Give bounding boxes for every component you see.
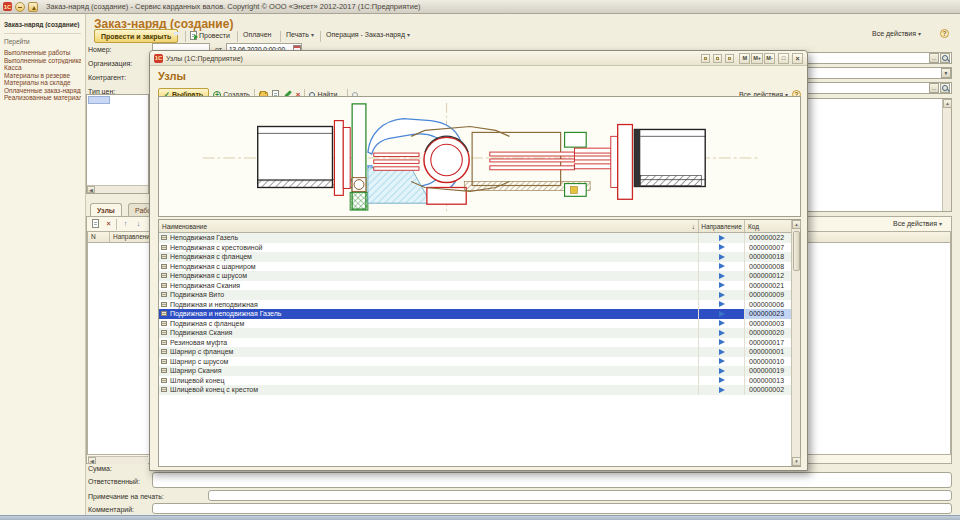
counterparty-label: Контрагент:: [88, 74, 126, 81]
ellipsis-button[interactable]: ...: [929, 83, 939, 93]
table-row[interactable]: Неподвижная Газель000000022: [159, 233, 800, 243]
units-table-body: Неподвижная Газель000000022Неподвижная с…: [159, 233, 800, 395]
table-row[interactable]: Неподвижная с шарниром000000008: [159, 262, 800, 272]
column-name-label: Наименование: [162, 223, 207, 230]
scroll-left-button[interactable]: ◀: [87, 186, 95, 193]
table-row[interactable]: Шлицевой конец с крестом000000002: [159, 385, 800, 395]
sidebar-item[interactable]: Реализованные материалы: [4, 94, 81, 102]
dropdown-button[interactable]: ▾: [941, 68, 951, 78]
catalog-item-icon: [161, 321, 167, 326]
sidebar-item[interactable]: Материалы в резерве: [4, 72, 81, 80]
lower-table-hscrollbar[interactable]: ◀: [88, 456, 148, 464]
catalog-item-icon: [161, 368, 167, 373]
selected-list-cell[interactable]: [88, 96, 110, 104]
scroll-left-button[interactable]: ◀: [88, 457, 96, 464]
table-row[interactable]: Неподвижная Скания000000021: [159, 281, 800, 291]
main-menu-button[interactable]: [15, 2, 25, 12]
post-button[interactable]: Провести: [190, 31, 230, 40]
price-type-input[interactable]: ...: [806, 82, 952, 94]
search-button[interactable]: [940, 83, 950, 93]
column-name[interactable]: Наименование ↓: [159, 220, 699, 232]
direction-arrow-icon: [719, 339, 725, 345]
search-button[interactable]: [940, 53, 950, 63]
window-icon-1[interactable]: [701, 54, 710, 63]
table-row[interactable]: Неподвижная с крестовиной000000007: [159, 243, 800, 253]
unit-name: Шлицевой конец: [170, 376, 224, 385]
desktop-home-button[interactable]: [28, 2, 38, 12]
paid-button[interactable]: Оплачен: [243, 31, 271, 38]
window-icon-2[interactable]: [713, 54, 722, 63]
organization-input[interactable]: ...: [806, 52, 952, 64]
counterparty-dropdown[interactable]: ▾: [806, 67, 952, 79]
move-down-button[interactable]: ↓: [133, 218, 144, 229]
operation-menu-button[interactable]: Операция - Заказ-наряд ▾: [326, 31, 410, 38]
delete-row-button[interactable]: ×: [103, 218, 114, 229]
close-icon[interactable]: ×: [792, 53, 803, 64]
scroll-up-button[interactable]: ▲: [792, 220, 801, 229]
form-all-actions-button[interactable]: Все действия ▾: [872, 30, 921, 37]
post-and-close-button[interactable]: Провести и закрыть: [94, 29, 178, 43]
scrollbar-thumb[interactable]: [793, 231, 800, 271]
responsible-input[interactable]: [152, 472, 952, 488]
list-hscrollbar[interactable]: ◀: [87, 185, 148, 193]
catalog-item-icon: [161, 387, 167, 392]
column-code[interactable]: Код: [745, 220, 793, 232]
unit-name: Подвижная Вито: [170, 290, 224, 299]
column-n[interactable]: N: [88, 232, 110, 242]
chevron-down-icon: ▾: [311, 31, 314, 38]
window-icon-3[interactable]: [725, 54, 734, 63]
print-note-input[interactable]: [208, 490, 952, 501]
table-row[interactable]: Шарнир с фланцем000000001: [159, 347, 800, 357]
direction-arrow-icon: [719, 282, 725, 288]
unit-name: Резиновая муфта: [170, 338, 227, 347]
table-row[interactable]: Подвижная и неподвижная Газель000000023: [159, 309, 800, 319]
scroll-up-button[interactable]: ▲: [943, 99, 952, 108]
details-text-area[interactable]: ▲: [806, 98, 952, 212]
unit-code: 000000021: [745, 281, 793, 291]
table-row[interactable]: Шлицевой конец000000013: [159, 376, 800, 386]
catalog-item-icon: [161, 311, 167, 316]
responsible-label: Ответственный:: [88, 478, 140, 485]
sidebar-item[interactable]: Касса: [4, 64, 81, 72]
table-row[interactable]: Неподвижная с шрусом000000012: [159, 271, 800, 281]
price-type-list[interactable]: ◀: [86, 94, 149, 194]
lower-all-actions-button[interactable]: Все действия ▾: [893, 220, 942, 227]
copy-row-button[interactable]: [90, 218, 101, 229]
unit-name: Подвижная и неподвижная Газель: [170, 309, 281, 318]
all-actions-label: Все действия: [893, 220, 937, 227]
tab-uzly[interactable]: Узлы: [90, 203, 122, 216]
move-up-button[interactable]: ↑: [120, 218, 131, 229]
window-scale-button[interactable]: М: [739, 53, 750, 64]
units-table-header[interactable]: Наименование ↓ Направление Код: [159, 220, 800, 233]
sidebar-item[interactable]: Оплаченные заказ-наряды: [4, 87, 81, 95]
print-menu-button[interactable]: Печать ▾: [286, 31, 314, 38]
text-area-scrollbar[interactable]: ▲: [942, 99, 951, 211]
table-row[interactable]: Шарнир Скания000000019: [159, 366, 800, 376]
units-table-scrollbar[interactable]: ▲ ▼: [791, 220, 800, 466]
table-row[interactable]: Подвижная и неподвижная000000006: [159, 300, 800, 310]
table-row[interactable]: Подвижная Вито000000009: [159, 290, 800, 300]
restore-button[interactable]: □: [778, 53, 789, 64]
sidebar-item[interactable]: Выполненные работы: [4, 49, 81, 57]
table-row[interactable]: Резиновая муфта000000017: [159, 338, 800, 348]
navigation-sidebar: Заказ-наряд (создание) Перейти Выполненн…: [0, 14, 86, 515]
comment-input[interactable]: [152, 503, 952, 514]
1c-app-icon: 1С: [154, 54, 163, 63]
sidebar-item[interactable]: Материалы на складе: [4, 79, 81, 87]
sidebar-divider: [4, 33, 81, 34]
table-row[interactable]: Подвижная Скания000000020: [159, 328, 800, 338]
window-scale-button[interactable]: М+: [751, 53, 763, 64]
help-icon[interactable]: ?: [940, 29, 949, 38]
scroll-down-button[interactable]: ▼: [792, 457, 801, 466]
table-row[interactable]: Шарнир с шрусом000000010: [159, 357, 800, 367]
column-direction[interactable]: Направление: [699, 220, 745, 232]
window-scale-button[interactable]: М-: [764, 53, 775, 64]
sidebar-item[interactable]: Выполненные сотрудника...: [4, 57, 81, 65]
table-row[interactable]: Неподвижная с фланцем000000018: [159, 252, 800, 262]
ellipsis-button[interactable]: ...: [929, 53, 939, 63]
organization-label: Организация:: [88, 60, 132, 67]
unit-code: 000000001: [745, 347, 793, 357]
table-row[interactable]: Подвижная с фланцем000000003: [159, 319, 800, 329]
catalog-item-icon: [161, 349, 167, 354]
catalog-item-icon: [161, 292, 167, 297]
